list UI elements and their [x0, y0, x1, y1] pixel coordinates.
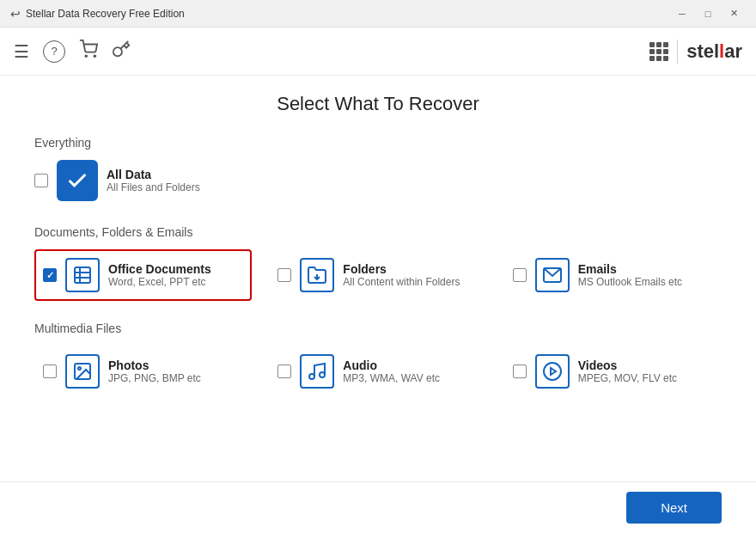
titlebar-left: ↩ Stellar Data Recovery Free Edition	[10, 7, 185, 21]
multimedia-grid: Photos JPG, PNG, BMP etc Audio MP3, WMA,…	[34, 346, 722, 397]
videos-name: Videos	[578, 358, 677, 372]
titlebar-controls: ─ □ ✕	[670, 5, 746, 22]
titlebar: ↩ Stellar Data Recovery Free Edition ─ □…	[0, 0, 756, 28]
toolbar: ☰ ? stellar	[0, 28, 756, 76]
office-documents-item[interactable]: Office Documents Word, Excel, PPT etc	[34, 249, 252, 301]
audio-text: Audio MP3, WMA, WAV etc	[343, 358, 440, 384]
videos-item[interactable]: Videos MPEG, MOV, FLV etc	[504, 346, 722, 397]
photos-icon-box	[65, 354, 100, 389]
key-icon[interactable]	[112, 40, 131, 63]
everything-label: Everything	[34, 136, 722, 150]
all-data-outer-checkbox[interactable]	[34, 174, 48, 187]
all-data-name: All Data	[107, 168, 200, 181]
folders-item[interactable]: Folders All Content within Folders	[269, 249, 486, 301]
photos-desc: JPG, PNG, BMP etc	[108, 372, 201, 384]
documents-grid: Office Documents Word, Excel, PPT etc Fo…	[34, 249, 722, 301]
photos-checkbox[interactable]	[43, 365, 57, 378]
svg-point-11	[320, 372, 325, 377]
audio-checkbox[interactable]	[277, 365, 291, 378]
cart-icon[interactable]	[79, 40, 98, 63]
brand-logo: stellar	[686, 40, 742, 63]
folders-desc: All Content within Folders	[343, 276, 460, 288]
emails-icon-box	[535, 258, 570, 292]
toolbar-left: ☰ ?	[14, 40, 131, 63]
photos-item[interactable]: Photos JPG, PNG, BMP etc	[34, 346, 252, 397]
folders-text: Folders All Content within Folders	[343, 262, 460, 288]
all-data-item[interactable]: All Data All Files and Folders	[34, 160, 722, 201]
toolbar-divider	[677, 40, 678, 64]
brand-text: stellar	[686, 40, 742, 63]
audio-icon-box	[300, 354, 334, 389]
help-icon[interactable]: ?	[43, 40, 65, 63]
folders-icon-box	[300, 258, 334, 292]
emails-item[interactable]: Emails MS Outlook Emails etc	[504, 249, 722, 301]
svg-rect-2	[75, 267, 90, 283]
multimedia-label: Multimedia Files	[34, 322, 722, 335]
next-button[interactable]: Next	[626, 492, 722, 524]
everything-section: Everything All Data All Files and Folder…	[34, 136, 722, 201]
svg-point-9	[78, 367, 81, 370]
folders-checkbox[interactable]	[277, 268, 291, 282]
documents-section: Documents, Folders & Emails Office Docum…	[34, 225, 722, 301]
office-icon-box	[65, 258, 100, 292]
audio-name: Audio	[343, 358, 440, 372]
svg-marker-13	[551, 368, 556, 375]
documents-label: Documents, Folders & Emails	[34, 225, 722, 239]
multimedia-section: Multimedia Files Photos JPG, PNG, BMP et…	[34, 322, 722, 397]
photos-text: Photos JPG, PNG, BMP etc	[108, 358, 201, 384]
footer: Next	[0, 481, 756, 533]
audio-desc: MP3, WMA, WAV etc	[343, 372, 440, 384]
all-data-icon-box	[57, 160, 98, 201]
all-data-text: All Data All Files and Folders	[107, 168, 200, 193]
svg-point-1	[94, 55, 95, 57]
minimize-button[interactable]: ─	[670, 5, 694, 22]
titlebar-title: Stellar Data Recovery Free Edition	[26, 8, 185, 20]
toolbar-right: stellar	[649, 40, 742, 64]
videos-desc: MPEG, MOV, FLV etc	[578, 372, 677, 384]
emails-checkbox[interactable]	[513, 268, 527, 282]
office-text: Office Documents Word, Excel, PPT etc	[108, 262, 211, 288]
page-title: Select What To Recover	[34, 93, 722, 115]
back-icon: ↩	[10, 7, 21, 21]
videos-checkbox[interactable]	[513, 365, 527, 378]
office-name: Office Documents	[108, 262, 211, 276]
emails-text: Emails MS Outlook Emails etc	[578, 262, 682, 288]
videos-icon-box	[535, 354, 570, 389]
svg-point-12	[544, 363, 561, 380]
office-checkbox[interactable]	[43, 268, 57, 282]
audio-item[interactable]: Audio MP3, WMA, WAV etc	[269, 346, 486, 397]
office-desc: Word, Excel, PPT etc	[108, 276, 211, 288]
close-button[interactable]: ✕	[722, 5, 746, 22]
photos-name: Photos	[108, 358, 201, 372]
svg-point-10	[309, 374, 314, 379]
all-data-desc: All Files and Folders	[107, 181, 200, 193]
videos-text: Videos MPEG, MOV, FLV etc	[578, 358, 677, 384]
emails-desc: MS Outlook Emails etc	[578, 276, 682, 288]
svg-point-0	[85, 55, 87, 57]
maximize-button[interactable]: □	[696, 5, 720, 22]
folders-name: Folders	[343, 262, 460, 276]
apps-grid-icon[interactable]	[649, 42, 668, 61]
menu-icon[interactable]: ☰	[14, 41, 29, 62]
main-content: Select What To Recover Everything All Da…	[0, 76, 756, 481]
emails-name: Emails	[578, 262, 682, 276]
